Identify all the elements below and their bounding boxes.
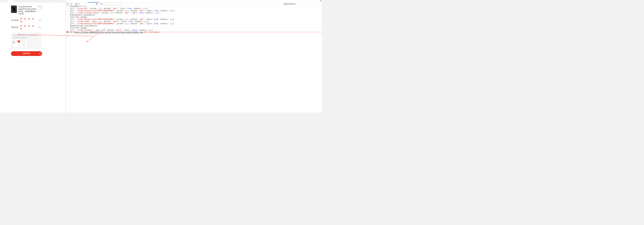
expand-arrow-icon[interactable]: ▸ [68, 8, 70, 10]
console-row[interactable]: fold-left change [66, 27, 322, 29]
console-message: fold-left change [70, 27, 321, 29]
context-selector[interactable]: top ▾ [75, 3, 93, 5]
pause-icon[interactable]: ▸ [67, 3, 69, 5]
comment-box[interactable]: 商品满足你的期待么？说说你的想法，分享给想买的他们吧~ ✕ 上传图片 [11, 32, 42, 49]
console-message: {url: "/order/refund/reason", params: {…… [70, 12, 321, 14]
emulator-pane: 【AppleiPhone8】AppleiPhone8(A1863)256GB深空… [0, 0, 66, 112]
submit-evaluate-button[interactable]: 立即评价 ≋ [11, 51, 42, 56]
devtools-tab[interactable] [154, 0, 165, 3]
devtools-tab[interactable] [165, 0, 176, 3]
expand-arrow-icon[interactable]: ▸ [68, 12, 70, 14]
broken-image-icon [13, 42, 15, 43]
console-message: {url: "/order/take", data: {…}, method: … [70, 21, 321, 22]
emulator-tab[interactable] [51, 0, 58, 2]
product-price-block: ¥0.00 x1 [37, 6, 42, 9]
devtools-tab[interactable] [132, 0, 143, 3]
devtools-tab-console[interactable] [88, 0, 99, 3]
devtools-tab[interactable] [143, 0, 154, 3]
expand-arrow-icon[interactable]: ▸ [68, 29, 70, 31]
chevron-down-icon: ▾ [78, 3, 80, 5]
devtools-tab[interactable] [121, 0, 132, 3]
devtools-panel: ▸ ⊘ top ▾ ◉ Default levels ▾ GoodsReturn… [66, 0, 322, 112]
console-row[interactable]: ▸{url: "/order/take", data: {…}, method:… [66, 21, 322, 23]
console-row[interactable]: ▸{url: "/userinfo", params: {…}, method:… [66, 8, 322, 10]
console-prompt[interactable]: > [66, 36, 322, 38]
console-message: {url: "/order/detail/wx15718951268658486… [70, 23, 321, 25]
console-message: {url: "/order/detail/wx15718951268658486… [70, 18, 321, 20]
rating-label: 商品质量 [11, 19, 20, 22]
console-row[interactable]: ▸{url: "/order/detail/wx1571895126865848… [66, 23, 322, 25]
console-message: {url: "/order/detail/wx15718951268658486… [70, 10, 321, 12]
expand-arrow-icon[interactable]: ▸ [68, 21, 70, 22]
emulator-tab-active[interactable] [7, 0, 14, 2]
console-message: GoodsReturn null [70, 5, 321, 7]
levels-label: Default levels [284, 3, 294, 5]
console-row[interactable]: GoodsReturn null [66, 5, 322, 8]
console-row[interactable]: GoodsEvaluate OrderDetails [66, 25, 322, 27]
console-toolbar: ▸ ⊘ top ▾ ◉ Default levels ▾ [66, 3, 322, 5]
devtools-tab[interactable] [176, 0, 187, 3]
product-row: 【AppleiPhone8】AppleiPhone8(A1863)256GB深空… [10, 4, 43, 17]
error-url-link[interactable]: https://talsm-1300463115.cos.ap-beijing.… [74, 31, 143, 33]
console-message: {url: "/order/product", data: {…}, metho… [70, 29, 321, 31]
submit-label: 立即评价 [22, 52, 30, 55]
expand-arrow-icon[interactable]: ▸ [68, 23, 70, 25]
upload-add-button[interactable]: 上传图片 [20, 41, 27, 48]
log-levels-dropdown[interactable]: Default levels ▾ [284, 3, 296, 5]
devtools-tab[interactable] [110, 0, 121, 3]
console-row[interactable]: ▸{url: "/order/refund/reason", params: {… [66, 12, 322, 14]
console-row[interactable]: OrderDetails GoodsReturn [66, 14, 322, 16]
emulator-tab[interactable] [14, 0, 22, 2]
console-message: fold-left change [70, 16, 321, 18]
expand-arrow-icon[interactable]: ▸ [68, 33, 70, 35]
console-row[interactable]: fold-left change [66, 16, 322, 18]
expand-arrow-icon[interactable]: ▸ [68, 31, 70, 33]
product-title: 【AppleiPhone8】AppleiPhone8(A1863)256GB深空… [18, 6, 36, 15]
console-message: OrderDetails GoodsReturn [70, 14, 321, 16]
expand-arrow-icon[interactable]: ▸ [68, 18, 70, 20]
star-rating[interactable]: ★ ★ ★ ★ ★ [20, 18, 38, 23]
product-price: ¥0.00 [37, 6, 42, 8]
console-message: GET https://talsm-1300463115.cos.ap-beij… [70, 31, 321, 33]
gear-icon[interactable] [320, 0, 322, 2]
console-output: GoodsReturn null▸{url: "/userinfo", para… [66, 5, 322, 33]
console-expand-row[interactable]: ▸ [66, 33, 322, 36]
row-gutter [67, 31, 68, 33]
console-error-row[interactable]: ▸GET https://talsm-1300463115.cos.ap-bei… [66, 31, 322, 33]
devtools-tab[interactable] [77, 0, 88, 3]
device-frame: 【AppleiPhone8】AppleiPhone8(A1863)256GB深空… [10, 4, 43, 58]
console-message: {url: "/userinfo", params: {…}, method: … [70, 8, 321, 10]
toolbar-divider [74, 3, 74, 5]
console-row[interactable]: ▸{url: "/order/detail/wx1571895126865848… [66, 10, 322, 12]
rating-score: 5分 [38, 19, 41, 22]
console-row[interactable]: ▸{url: "/order/detail/wx1571895126865848… [66, 18, 322, 21]
console-filter-input[interactable] [99, 3, 122, 5]
eye-icon[interactable]: ◉ [95, 3, 98, 5]
devtools-tab[interactable] [99, 0, 110, 3]
upload-thumbnail-broken[interactable]: ✕ [12, 41, 19, 48]
rating-row-service: 服务态度 ★ ★ ★ ★ ★ 5分 [10, 24, 43, 31]
console-row[interactable]: ▸{url: "/order/product", data: {…}, meth… [66, 29, 322, 31]
devtools-tabstrip [66, 0, 322, 3]
devtools-tab[interactable] [66, 0, 77, 3]
prompt-icon: > [67, 36, 68, 38]
chevron-down-icon: ▾ [295, 3, 296, 5]
emulator-tab[interactable] [0, 0, 7, 2]
floating-action-button[interactable]: ≋ [38, 52, 42, 56]
emulator-tab[interactable] [29, 0, 36, 2]
rating-label: 服务态度 [11, 26, 20, 29]
camera-icon [22, 43, 25, 45]
emulator-tab[interactable] [44, 0, 51, 2]
comment-placeholder: 商品满足你的期待么？说说你的想法，分享给想买的他们吧~ [12, 34, 40, 39]
toolbar-divider [94, 3, 94, 5]
expand-arrow-icon[interactable]: ▸ [68, 10, 70, 12]
clear-console-icon[interactable]: ⊘ [70, 3, 72, 5]
emulator-tabstrip [0, 0, 66, 2]
rating-row-quality: 商品质量 ★ ★ ★ ★ ★ 5分 [10, 17, 43, 24]
emulator-tab[interactable] [36, 0, 44, 2]
star-rating[interactable]: ★ ★ ★ ★ ★ [20, 25, 38, 30]
rating-score: 5分 [38, 26, 41, 29]
emulator-tab[interactable] [22, 0, 29, 2]
console-message: GoodsEvaluate OrderDetails [70, 25, 321, 27]
remove-upload-button[interactable]: ✕ [18, 40, 20, 43]
